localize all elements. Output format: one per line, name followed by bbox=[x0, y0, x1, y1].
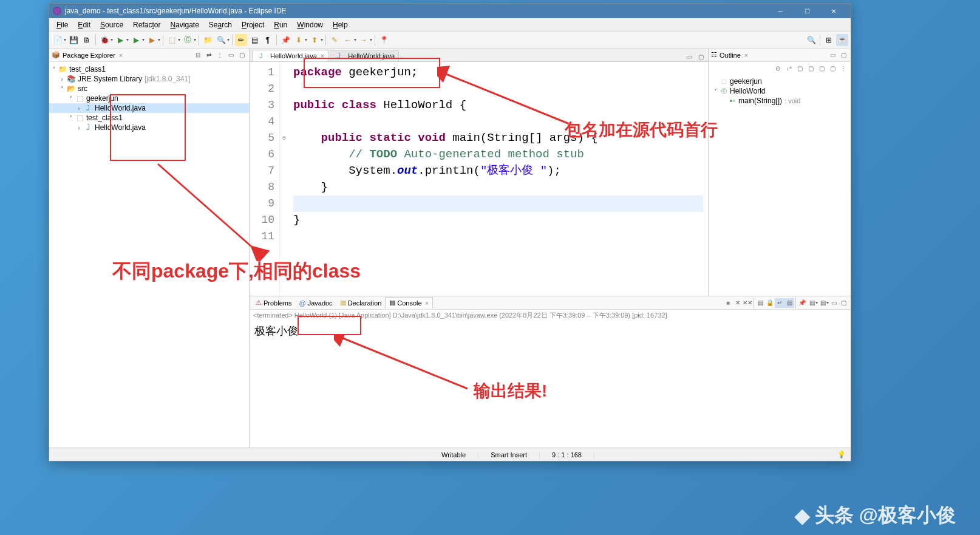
hide-local-icon[interactable]: ▢ bbox=[828, 63, 837, 73]
tree-src[interactable]: ˅ 📂 src bbox=[49, 84, 249, 94]
fold-gutter[interactable]: ⊖ bbox=[280, 62, 288, 296]
sort-icon[interactable]: ↓ᵃ bbox=[784, 63, 794, 73]
collapse-all-icon[interactable]: ⊟ bbox=[193, 50, 203, 60]
forward-icon[interactable]: → bbox=[358, 34, 370, 46]
menu-search[interactable]: Search bbox=[204, 19, 237, 30]
minimize-editor-icon[interactable]: ▭ bbox=[684, 52, 693, 61]
tab-declaration[interactable]: ▤Declaration bbox=[336, 298, 386, 308]
open-type-icon[interactable]: 📁 bbox=[202, 34, 214, 46]
pin-icon[interactable]: 📌 bbox=[279, 34, 291, 46]
pin-editor-icon[interactable]: 📍 bbox=[378, 34, 390, 46]
tab-console[interactable]: ▤Console× bbox=[385, 297, 433, 308]
remove-all-icon[interactable]: ✕✕ bbox=[743, 298, 752, 308]
title-bar[interactable]: java_demo - test_class1/src/geekerjun/He… bbox=[49, 4, 851, 18]
coverage-icon[interactable]: ▶ bbox=[130, 34, 142, 46]
tab-problems[interactable]: ⚠Problems bbox=[252, 298, 295, 308]
tab-helloworld2[interactable]: J HelloWorld.java bbox=[330, 50, 399, 61]
hide-static-icon[interactable]: ▢ bbox=[806, 63, 815, 73]
maximize-button[interactable]: ☐ bbox=[794, 4, 820, 18]
tip-icon[interactable]: 💡 bbox=[837, 451, 846, 458]
maximize-editor-icon[interactable]: ▢ bbox=[696, 52, 706, 61]
minimize-view-icon[interactable]: ▭ bbox=[829, 298, 839, 308]
terminate-icon[interactable]: ■ bbox=[723, 298, 733, 308]
menu-edit[interactable]: Edit bbox=[73, 19, 95, 30]
hide-fields-icon[interactable]: ▢ bbox=[795, 63, 805, 73]
tree-file-helloworld1[interactable]: › J HelloWorld.java bbox=[49, 103, 249, 113]
quick-access-icon[interactable]: 🔍 bbox=[805, 34, 817, 46]
menu-source[interactable]: Source bbox=[95, 19, 128, 30]
maximize-view-icon[interactable]: ▢ bbox=[839, 298, 848, 308]
open-perspective-icon[interactable]: ⊞ bbox=[823, 34, 835, 46]
maximize-view-icon[interactable]: ▢ bbox=[839, 50, 848, 60]
last-edit-icon[interactable]: ✎ bbox=[328, 34, 341, 46]
menu-project[interactable]: Project bbox=[237, 19, 269, 30]
outline-method[interactable]: ●S main(String[]) : void bbox=[711, 96, 848, 106]
clear-console-icon[interactable]: ▤ bbox=[755, 298, 765, 308]
word-wrap-icon[interactable]: ↵ bbox=[775, 298, 784, 308]
outline-icon: ☷ bbox=[711, 51, 717, 59]
toolbar: 📄▾ 💾 🗎 🐞▾ ▶▾ ▶▾ ▶▾ ⬚▾ Ⓒ▾ 📁 🔍▾ ✏ ▤ ¶ 📌 ⬇▾… bbox=[49, 32, 851, 49]
package-tree: ˅ 📁 test_class1 › 📚 JRE System Library [… bbox=[49, 62, 249, 135]
ext-tools-icon[interactable]: ▶ bbox=[146, 34, 158, 46]
outline-tree: ⬚ geekerjun ˅ Ⓒ HelloWorld ●S main(Strin… bbox=[709, 74, 851, 108]
tree-project[interactable]: ˅ 📁 test_class1 bbox=[49, 64, 249, 74]
tree-pkg-geekerjun[interactable]: ˅ ⬚ geekerjun bbox=[49, 94, 249, 103]
hide-nonpublic-icon[interactable]: ▢ bbox=[817, 63, 826, 73]
close-icon[interactable]: × bbox=[119, 52, 123, 59]
outline-class[interactable]: ˅ Ⓒ HelloWorld bbox=[711, 86, 848, 96]
java-perspective-icon[interactable]: ☕ bbox=[836, 34, 848, 46]
package-explorer-title: Package Explorer bbox=[63, 52, 115, 59]
show-console-icon[interactable]: ▤ bbox=[784, 298, 794, 308]
close-button[interactable]: ✕ bbox=[820, 4, 847, 18]
new-icon[interactable]: 📄 bbox=[52, 34, 64, 46]
console-info: <terminated> HelloWorld (1) [Java Applic… bbox=[250, 310, 851, 321]
menu-window[interactable]: Window bbox=[292, 19, 328, 30]
debug-icon[interactable]: 🐞 bbox=[98, 34, 111, 46]
minimize-view-icon[interactable]: ▭ bbox=[226, 50, 236, 60]
close-icon[interactable]: × bbox=[425, 299, 429, 307]
outline-header[interactable]: ☷ Outline × ▭ ▢ bbox=[709, 49, 851, 62]
package-explorer-header[interactable]: 📦 Package Explorer × ⊟ ⇄ ⋮ ▭ ▢ bbox=[49, 49, 249, 62]
outline-title: Outline bbox=[720, 52, 741, 59]
view-menu-icon[interactable]: ⋮ bbox=[839, 63, 848, 73]
scroll-lock-icon[interactable]: 🔒 bbox=[765, 298, 775, 308]
code-content[interactable]: package geekerjun; public class HelloWor… bbox=[288, 62, 708, 296]
menu-bar: File Edit Source Refactor Navigate Searc… bbox=[49, 18, 851, 32]
prev-annot-icon[interactable]: ⬆ bbox=[308, 34, 321, 46]
new-class-icon[interactable]: Ⓒ bbox=[182, 34, 194, 46]
focus-icon[interactable]: ⊙ bbox=[773, 63, 783, 73]
menu-refactor[interactable]: Refactor bbox=[128, 19, 165, 30]
toggle-block-icon[interactable]: ▤ bbox=[248, 34, 260, 46]
console-output[interactable]: 极客小俊 bbox=[250, 321, 851, 448]
run-icon[interactable]: ▶ bbox=[114, 34, 126, 46]
search-icon[interactable]: 🔍 bbox=[215, 34, 227, 46]
back-icon[interactable]: ← bbox=[342, 34, 354, 46]
menu-navigate[interactable]: Navigate bbox=[165, 19, 203, 30]
toggle-mark-icon[interactable]: ✏ bbox=[235, 34, 247, 46]
show-whitespace-icon[interactable]: ¶ bbox=[262, 34, 274, 46]
status-writable: Writable bbox=[429, 451, 478, 458]
close-icon[interactable]: × bbox=[321, 52, 324, 60]
next-annot-icon[interactable]: ⬇ bbox=[293, 34, 305, 46]
tab-helloworld1[interactable]: J HelloWorld.java × bbox=[252, 50, 328, 61]
save-all-icon[interactable]: 🗎 bbox=[81, 34, 93, 46]
view-menu-icon[interactable]: ⋮ bbox=[215, 50, 225, 60]
menu-file[interactable]: File bbox=[52, 19, 73, 30]
tab-javadoc[interactable]: @Javadoc bbox=[295, 298, 336, 308]
code-editor[interactable]: 1234567891011 ⊖ package geekerjun; publi… bbox=[250, 62, 708, 296]
tree-jre[interactable]: › 📚 JRE System Library [jdk1.8.0_341] bbox=[49, 74, 249, 84]
tree-file-helloworld2[interactable]: › J HelloWorld.java bbox=[49, 123, 249, 132]
maximize-view-icon[interactable]: ▢ bbox=[237, 50, 247, 60]
pin-console-icon[interactable]: 📌 bbox=[797, 298, 807, 308]
remove-launch-icon[interactable]: ✕ bbox=[733, 298, 743, 308]
close-icon[interactable]: × bbox=[744, 52, 748, 59]
link-editor-icon[interactable]: ⇄ bbox=[204, 50, 214, 60]
tree-pkg-testclass1[interactable]: ˅ ⬚ test_class1 bbox=[49, 113, 249, 123]
save-icon[interactable]: 💾 bbox=[67, 34, 80, 46]
menu-run[interactable]: Run bbox=[269, 19, 292, 30]
minimize-button[interactable]: ─ bbox=[767, 4, 794, 18]
outline-package[interactable]: ⬚ geekerjun bbox=[711, 77, 848, 86]
minimize-view-icon[interactable]: ▭ bbox=[828, 50, 837, 60]
new-package-icon[interactable]: ⬚ bbox=[166, 34, 178, 46]
menu-help[interactable]: Help bbox=[328, 19, 353, 30]
